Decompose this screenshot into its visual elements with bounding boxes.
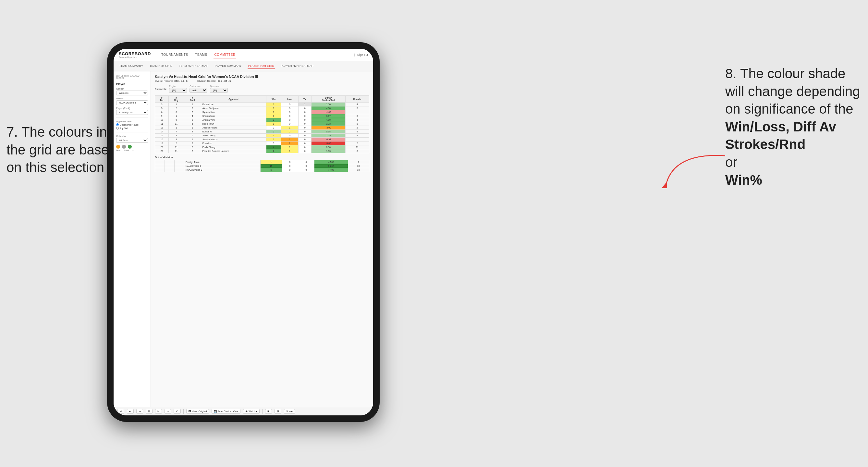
sub-nav-player-h2h-grid[interactable]: PLAYER H2H GRID: [248, 63, 275, 69]
table-row: 18 2 2 Euna Lee 0 2 0 -5.00 2: [155, 142, 369, 145]
filter-conference: Conference (All): [189, 85, 207, 93]
toolbar-save-custom[interactable]: 💾 Save Custom View: [212, 409, 240, 414]
table-row: NAIA Division 1 15 0 0 9.267 30: [155, 164, 369, 168]
nav-committee[interactable]: COMMITTEE: [214, 52, 236, 58]
toolbar-view-original[interactable]: 🖼 View: Original: [186, 409, 209, 414]
table-row: NCAA Division 2 5 0 0 7.400 10: [155, 168, 369, 172]
sub-nav-team-summary[interactable]: TEAM SUMMARY: [119, 63, 144, 69]
toolbar-redo[interactable]: ↪: [136, 409, 143, 414]
sign-out-link[interactable]: Sign out: [357, 53, 368, 57]
toolbar-undo[interactable]: ↩: [118, 409, 124, 414]
nav-right: | Sign out: [354, 53, 368, 57]
col-tie: Tie: [299, 96, 311, 102]
table-row: 16 3 1 Jessica Mason 1 2 0 -0.94: [155, 137, 369, 142]
logo: SCOREBOARD Powered by clippd: [119, 51, 151, 58]
table-row: 13 1 1 Jessica Huang 0 1 0 -3.00 2: [155, 126, 369, 130]
sub-nav-team-h2h-grid[interactable]: TEAM H2H GRID: [149, 63, 173, 69]
tablet-screen: SCOREBOARD Powered by clippd TOURNAMENTS…: [114, 49, 373, 415]
sidebar-opponent-view-group: Opponents Played Top 100: [116, 123, 148, 129]
table-row: 11 11 5 Heejo Hyun 1 0 0 3.33 3: [155, 122, 369, 126]
sidebar-gender-label: Gender: [116, 88, 148, 90]
nav-items: TOURNAMENTS TEAMS COMMITTEE: [161, 52, 236, 58]
sub-nav-player-summary[interactable]: PLAYER SUMMARY: [214, 63, 242, 69]
filter-conference-select[interactable]: (All): [189, 88, 207, 93]
toolbar-grid[interactable]: ⊞: [146, 409, 153, 414]
filter-region: Region (All): [169, 85, 187, 93]
table-row: 3 1 1 Esther Lee 1 0 1 1.50 4: [155, 102, 369, 106]
filter-region-select[interactable]: (All): [169, 88, 187, 93]
legend-dot-down: [116, 145, 120, 149]
filter-opponent: Opponent (All): [210, 85, 228, 93]
table-row: 15 8 5 Stella Cheng 1 0 0 1.25 4: [155, 134, 369, 137]
sub-nav-team-h2h-heatmap[interactable]: TEAM H2H HEATMAP: [178, 63, 209, 69]
toolbar-timer[interactable]: ⏱: [174, 409, 181, 414]
filter-opponent-select[interactable]: (All): [210, 88, 228, 93]
nav-teams[interactable]: TEAMS: [194, 52, 208, 58]
annotation-left: 7. The colours in the grid are based on …: [6, 123, 117, 177]
filters-row: Opponents: Region (All) Conference (All): [155, 85, 369, 93]
toolbar-watch[interactable]: 👁 Watch ▾: [243, 409, 259, 414]
table-row: 20 11 7 Federica Domecq Lacroze 2 1 0 1.…: [155, 149, 369, 153]
annotation-bold1: Win/Loss,: [725, 119, 789, 134]
sidebar-timestamp: Last Updated: 27/03/2024 16:55:38: [116, 75, 148, 79]
col-loss: Loss: [281, 96, 298, 102]
annotation-bold3: Win%: [725, 172, 762, 188]
sidebar-division-label: Division: [116, 97, 148, 100]
sidebar-colour-by-select[interactable]: Win/loss: [116, 138, 148, 143]
table-row: 14 7 4 Eunice Yi 2 2 0 0.38 9: [155, 130, 369, 134]
sidebar-colour-by-label: Colour by: [116, 135, 148, 137]
sidebar-player-rank-select[interactable]: 8. Katelyn Vo: [116, 110, 148, 115]
toolbar-more[interactable]: ···: [164, 409, 171, 414]
sidebar-gender-select[interactable]: Women's: [116, 91, 148, 95]
col-diff: Diff AvStrokes/Rnd: [311, 96, 345, 102]
col-rounds: Rounds: [345, 96, 369, 102]
out-of-division-header: Out of division: [155, 156, 369, 159]
col-reg: #Reg: [169, 96, 184, 102]
table-row: Foreign Team 1 0 0 4.500 2: [155, 160, 369, 164]
annotation-left-text: 7. The colours in the grid are based on …: [6, 124, 117, 175]
table-header-row: #Div #Reg #Conf Opponent Win Loss Tie Di…: [155, 96, 369, 102]
annotation-right: 8. The colour shade will change dependin…: [725, 65, 862, 189]
colour-legend-labels: Down Level Up: [116, 149, 148, 151]
annotation-right-text: 8. The colour shade will change dependin…: [725, 66, 860, 117]
tablet: SCOREBOARD Powered by clippd TOURNAMENTS…: [107, 42, 380, 422]
grid-table: #Div #Reg #Conf Opponent Win Loss Tie Di…: [155, 95, 369, 153]
toolbar-divider1: [183, 409, 184, 414]
toolbar-grid2[interactable]: ⊞: [265, 409, 272, 414]
sidebar-radio-opponents-played[interactable]: Opponents Played: [116, 123, 148, 126]
out-of-division-table: Foreign Team 1 0 0 4.500 2 NAIA Division…: [155, 160, 369, 172]
table-row: 10 6 3 Andrea York 2 0 0 4.00 4: [155, 118, 369, 122]
grid-title: Katelyn Vo Head-to-Head Grid for Women's…: [155, 75, 369, 79]
toolbar-bottom: ↩ ↩ ↪ ⊞ ✂ ··· ⏱ 🖼 View: Original 💾 Save …: [114, 407, 373, 415]
sidebar-opponent-view-label: Opponent view: [116, 120, 148, 123]
legend-dot-up: [128, 145, 132, 149]
sidebar-player-rank-label: Player (Rank): [116, 107, 148, 110]
nav-tournaments[interactable]: TOURNAMENTS: [161, 52, 189, 58]
sub-nav-player-h2h-heatmap[interactable]: PLAYER H2H HEATMAP: [280, 63, 314, 69]
table-row: 6 3 3 Sydney Kuo 1 0 0 -1.00: [155, 110, 369, 114]
arrow-right: [657, 149, 728, 188]
toolbar-cut[interactable]: ✂: [155, 409, 162, 414]
col-conf: #Conf: [184, 96, 201, 102]
content-area: Katelyn Vo Head-to-Head Grid for Women's…: [151, 71, 373, 407]
sidebar: Last Updated: 27/03/2024 16:55:38 Player…: [114, 71, 151, 407]
table-row: 9 1 4 Sharon Mun 1 0 0 3.67 3: [155, 114, 369, 118]
grid-records: Overall Record: 353 - 34 - 6 Division Re…: [155, 80, 369, 83]
toolbar-grid3[interactable]: ⊟: [275, 409, 281, 414]
nav-bar: SCOREBOARD Powered by clippd TOURNAMENTS…: [114, 49, 373, 61]
toolbar-undo2[interactable]: ↩: [127, 409, 134, 414]
legend-dot-level: [122, 145, 126, 149]
toolbar-divider2: [262, 409, 262, 414]
sub-nav: TEAM SUMMARY TEAM H2H GRID TEAM H2H HEAT…: [114, 61, 373, 71]
colour-legend: [116, 145, 148, 149]
table-row: 5 2 2 Alexis Sudjianto 1 0 0 4.00 3: [155, 106, 369, 110]
sidebar-division-select[interactable]: NCAA Division III: [116, 100, 148, 105]
col-div: #Div: [155, 96, 169, 102]
toolbar-share[interactable]: Share: [284, 409, 295, 414]
col-opponent: Opponent: [201, 96, 266, 102]
main-content: Last Updated: 27/03/2024 16:55:38 Player…: [114, 71, 373, 407]
table-row: 20 11 6 Emily Chang 4 1 0 0.30 11: [155, 145, 369, 149]
col-win: Win: [266, 96, 281, 102]
sidebar-radio-top100[interactable]: Top 100: [116, 127, 148, 129]
sidebar-player-section: Player: [116, 83, 148, 86]
